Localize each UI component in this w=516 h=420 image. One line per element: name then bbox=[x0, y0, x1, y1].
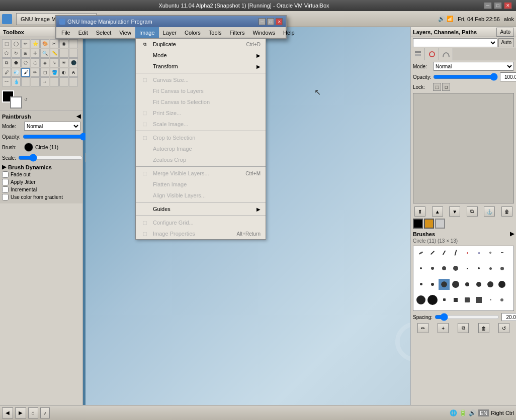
tool-measure[interactable]: 📏 bbox=[50, 49, 59, 58]
spacing-input[interactable]: 20.0 bbox=[501, 313, 516, 321]
tool-ellipse-select[interactable]: ◯ bbox=[12, 39, 21, 48]
color-sq-black[interactable] bbox=[413, 219, 423, 229]
brush-item-19-selected[interactable] bbox=[439, 279, 450, 290]
tool-fg-select[interactable]: ◉ bbox=[59, 39, 68, 48]
spacing-slider[interactable] bbox=[435, 314, 499, 320]
brush-item-17[interactable] bbox=[415, 279, 426, 290]
incremental-checkbox[interactable] bbox=[2, 186, 9, 193]
color-sq-orange[interactable] bbox=[424, 219, 434, 229]
menu-transform[interactable]: Transform ▶ bbox=[136, 61, 266, 72]
brush-preview[interactable] bbox=[24, 143, 33, 152]
brush-edit-button[interactable]: ✏ bbox=[417, 323, 428, 333]
brush-item-4[interactable] bbox=[450, 247, 461, 258]
layer-mode-select[interactable]: Normal bbox=[433, 62, 514, 71]
panel-dropdown[interactable] bbox=[413, 38, 497, 47]
background-color[interactable] bbox=[10, 96, 22, 109]
brush-item-14[interactable] bbox=[473, 263, 484, 274]
gimp-menu-colors[interactable]: Colors bbox=[181, 27, 205, 38]
tab-paths[interactable] bbox=[439, 48, 453, 60]
gimp-close-button[interactable]: ✕ bbox=[276, 18, 283, 25]
brush-item-3[interactable] bbox=[439, 247, 450, 258]
apply-jitter-checkbox[interactable] bbox=[2, 179, 9, 185]
layer-down-button[interactable]: ▼ bbox=[449, 206, 460, 217]
tool-blur[interactable]: ◌ bbox=[31, 58, 40, 67]
gimp-menu-filters[interactable]: Filters bbox=[226, 27, 249, 38]
tool-free-select[interactable]: ✏ bbox=[21, 39, 30, 48]
bottom-back-button[interactable]: ◀ bbox=[2, 407, 13, 418]
layer-duplicate-button[interactable]: ⧉ bbox=[467, 206, 478, 217]
tool-select-color[interactable]: 🎨 bbox=[40, 39, 49, 48]
brush-item-6[interactable] bbox=[473, 247, 484, 258]
menu-duplicate[interactable]: ⧉ Duplicate Ctrl+D bbox=[136, 39, 266, 50]
paintbrush-collapse-icon[interactable]: ◀ bbox=[76, 113, 80, 120]
brush-item-29[interactable] bbox=[462, 294, 473, 305]
tool-paintbrush[interactable]: 🖌 bbox=[21, 68, 30, 77]
layer-delete-button[interactable]: 🗑 bbox=[501, 206, 512, 217]
brush-item-25[interactable] bbox=[415, 294, 426, 305]
brushes-expand-icon[interactable]: ▶ bbox=[510, 231, 514, 237]
tool-burn[interactable]: 🌑 bbox=[69, 58, 78, 67]
brush-item-9[interactable] bbox=[415, 263, 426, 274]
brush-item-23[interactable] bbox=[485, 279, 496, 290]
brush-delete-button[interactable]: 🗑 bbox=[478, 323, 489, 333]
tool-heal[interactable]: ⬟ bbox=[12, 58, 21, 67]
brush-item-1[interactable] bbox=[415, 247, 426, 258]
tool-blend[interactable]: ◐ bbox=[59, 68, 68, 77]
brush-refresh-button[interactable]: ↺ bbox=[498, 323, 509, 333]
tool-smudge[interactable]: ∿ bbox=[50, 58, 59, 67]
tool-crop[interactable]: ⬡ bbox=[2, 49, 11, 58]
tool-pencil[interactable]: ✏ bbox=[31, 68, 40, 77]
layer-opacity-slider[interactable] bbox=[433, 74, 498, 79]
brush-new-button[interactable]: + bbox=[438, 323, 449, 333]
gimp-menu-image[interactable]: Image bbox=[135, 27, 159, 38]
brush-item-2[interactable] bbox=[427, 247, 438, 258]
tool-paths[interactable]: 〰 bbox=[2, 77, 11, 86]
gimp-menu-view[interactable]: View bbox=[115, 27, 135, 38]
close-button[interactable]: ✕ bbox=[504, 2, 512, 9]
title-bar-right-controls[interactable]: ─ □ ✕ bbox=[484, 2, 512, 9]
brush-dynamics-row[interactable]: ▶ Brush Dynamics bbox=[2, 164, 80, 170]
menu-guides[interactable]: Guides ▶ bbox=[136, 203, 266, 215]
bottom-forward-button[interactable]: ▶ bbox=[15, 407, 26, 418]
brush-item-21[interactable] bbox=[462, 279, 473, 290]
tool-transform[interactable]: ↻ bbox=[12, 49, 21, 58]
brush-item-7[interactable] bbox=[485, 247, 496, 258]
tool-ink[interactable]: 🖊 bbox=[2, 68, 11, 77]
brush-item-13[interactable] bbox=[462, 263, 473, 274]
auto-mode-button[interactable]: Auto bbox=[498, 38, 514, 47]
brush-duplicate-button[interactable]: ⧉ bbox=[458, 323, 469, 333]
lock-pixels-button[interactable]: ⬚ bbox=[433, 83, 441, 91]
brush-item-28[interactable] bbox=[450, 294, 461, 305]
tool-flip[interactable]: ↔ bbox=[40, 77, 49, 86]
brush-item-31[interactable] bbox=[485, 294, 496, 305]
gimp-menu-edit[interactable]: Edit bbox=[74, 27, 92, 38]
tool-bucket[interactable]: 🪣 bbox=[50, 68, 59, 77]
bottom-music-button[interactable]: ♪ bbox=[40, 407, 50, 418]
tool-dodge[interactable]: ☀ bbox=[59, 58, 68, 67]
gimp-menu-file[interactable]: File bbox=[57, 27, 74, 38]
gimp-menu-layer[interactable]: Layer bbox=[159, 27, 181, 38]
minimize-button[interactable]: ─ bbox=[484, 2, 492, 9]
tool-colorpicker[interactable]: 💧 bbox=[12, 77, 21, 86]
layer-opacity-input[interactable]: 100.0 bbox=[500, 72, 516, 81]
brush-item-16[interactable] bbox=[496, 263, 507, 274]
layer-up-button[interactable]: ▲ bbox=[432, 206, 443, 217]
brush-item-12[interactable] bbox=[450, 263, 461, 274]
brush-item-10[interactable] bbox=[427, 263, 438, 274]
gimp-menu-select[interactable]: Select bbox=[92, 27, 116, 38]
color-gradient-checkbox[interactable] bbox=[2, 194, 9, 200]
layer-new-button[interactable]: ⬆ bbox=[414, 206, 425, 217]
tool-align[interactable]: ⊞ bbox=[21, 49, 30, 58]
tool-zoom[interactable]: 🔍 bbox=[40, 49, 49, 58]
tool-airbrush[interactable]: 💨 bbox=[12, 68, 21, 77]
opacity-slider[interactable] bbox=[23, 134, 88, 139]
tool-eraser[interactable]: ◻ bbox=[40, 68, 49, 77]
tool-scissors[interactable]: ✂ bbox=[50, 39, 59, 48]
gimp-menu-windows[interactable]: Windows bbox=[248, 27, 279, 38]
tab-channels[interactable] bbox=[425, 48, 439, 60]
brush-item-8[interactable] bbox=[496, 247, 507, 258]
tool-fuzzy-select[interactable]: ⭐ bbox=[31, 39, 40, 48]
bottom-home-button[interactable]: ⌂ bbox=[28, 407, 38, 418]
color-swatches[interactable] bbox=[2, 90, 22, 109]
brush-item-18[interactable] bbox=[427, 279, 438, 290]
